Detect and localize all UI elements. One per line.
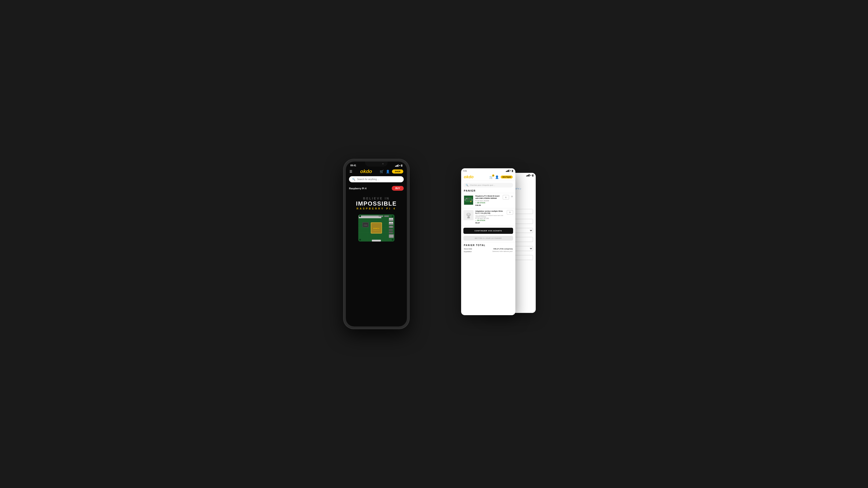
phone-time: 09:41 <box>350 164 356 167</box>
svg-rect-41 <box>372 240 381 241</box>
french-search-bar[interactable]: 🔍 Chercher pour n'importe quoi ... <box>463 183 513 188</box>
signal-bars-icon <box>526 174 530 176</box>
phone-container: 09:41 ▾ ▓ ☰ okdo <box>344 159 409 329</box>
french-wifi-icon: ▾ <box>510 170 511 172</box>
svg-rect-11 <box>467 217 470 218</box>
svg-point-42 <box>359 215 361 217</box>
french-signal-icon <box>506 170 509 172</box>
wifi-icon: ▾ <box>530 174 531 176</box>
phone-battery-icon: ▓ <box>401 164 402 166</box>
french-subtotal-row: Sous-total €56.27 (TVA comprise) <box>464 248 513 250</box>
french-time: 9:41 <box>463 170 467 172</box>
french-item-2-stock-label: N° de stock 1871381 <box>475 218 505 219</box>
french-header-icons: 🛒 2 👤 BOUTIQUE <box>489 175 513 179</box>
phone-frame: 09:41 ▾ ▓ ☰ okdo <box>344 159 409 329</box>
svg-point-12 <box>468 213 469 215</box>
phone-hero-line2: IMPOSSIBLE <box>350 200 402 207</box>
phone-product-name: Raspberry Pi 4 <box>349 187 366 190</box>
phone-search-input[interactable] <box>357 178 401 181</box>
raspberry-pi-image: BCM2711 Raspberry Pi 4 LPDDR4 <box>354 210 399 246</box>
svg-rect-29 <box>391 218 393 219</box>
rpi-thumbnail-1 <box>463 195 473 205</box>
phone-header-right-icons: 🛒 👤 SHOP <box>380 169 403 173</box>
svg-point-5 <box>470 201 471 202</box>
french-item-1-name: Raspberry Pi 4 Model B board with 2GB LP… <box>475 195 501 199</box>
french-item-1-stock-status: EN STOCK <box>475 202 501 203</box>
french-cart-icon[interactable]: 🛒 2 <box>489 175 493 179</box>
phone-hero: BELIEVE IN IMPOSSIBLE RASPBERRY Pi 4 <box>346 192 407 249</box>
phone-screen: 09:41 ▾ ▓ ☰ okdo <box>346 162 407 326</box>
svg-rect-47 <box>384 216 389 217</box>
svg-rect-28 <box>389 218 391 219</box>
battery-icon: ▓ <box>532 174 533 176</box>
svg-text:LPDDR4: LPDDR4 <box>364 225 368 226</box>
french-header: okdo 🛒 2 👤 BOUTIQUE <box>461 173 515 181</box>
french-search-text: Chercher pour n'importe quoi ... <box>470 184 495 186</box>
french-cart-item-1: Raspberry Pi 4 Model B board with 2GB LP… <box>461 193 515 208</box>
french-search-icon: 🔍 <box>466 184 468 186</box>
french-user-icon[interactable]: 👤 <box>495 175 499 179</box>
french-continue-button[interactable]: CONTINUER VOS ACHATS <box>463 228 513 234</box>
french-cart-item-2: Adaptateur secteur multiple OKdo 5,1 V /… <box>461 208 515 226</box>
svg-rect-7 <box>472 199 472 201</box>
phone-header: ☰ okdo 🛒 👤 SHOP <box>346 168 407 176</box>
french-shipping-label: Expédition <box>464 251 472 253</box>
phone-user-icon[interactable]: 👤 <box>386 170 390 173</box>
french-update-button[interactable]: METTRE À JOUR LE PANIER <box>463 236 513 240</box>
svg-rect-34 <box>390 226 393 228</box>
svg-rect-38 <box>359 216 381 217</box>
french-item-1-stock-label: N° de stock 1822095 <box>475 200 501 201</box>
french-item-2-info: Adaptateur secteur multiple OKdo 5,1 V /… <box>475 210 505 224</box>
french-total-section: PANIER TOTAL Sous-total €56.27 (TVA comp… <box>461 242 515 254</box>
svg-rect-36 <box>389 232 393 233</box>
svg-point-45 <box>392 239 394 240</box>
french-battery-icon: ▓ <box>512 170 513 172</box>
svg-point-44 <box>359 239 361 240</box>
french-logo: okdo <box>464 175 473 180</box>
french-shipping-note: Saisissez votre adresse pour <box>492 251 513 253</box>
french-item-1-qty[interactable]: 1 <box>503 195 509 199</box>
phone-cart-icon[interactable]: 🛒 <box>380 170 383 173</box>
svg-point-43 <box>392 215 394 217</box>
phone-signal-icon <box>395 164 399 167</box>
phone-notch <box>365 162 388 166</box>
svg-rect-35 <box>389 229 393 231</box>
svg-rect-40 <box>389 235 393 237</box>
phone-status-icons: ▾ ▓ <box>395 164 402 167</box>
svg-rect-3 <box>468 198 469 199</box>
french-item-1-delete-icon[interactable]: ✕ <box>511 195 513 198</box>
french-cart-screen: 9:41 ▾ ▓ okdo 🛒 2 👤 BOUTIQUE <box>461 168 515 315</box>
svg-text:Raspberry Pi 4: Raspberry Pi 4 <box>373 230 379 231</box>
phone-menu-icon[interactable]: ☰ <box>349 170 352 173</box>
svg-rect-6 <box>465 199 465 201</box>
french-shipping-row: Expédition Saisissez votre adresse pour <box>464 251 513 253</box>
french-section-title: PANIER <box>461 189 515 193</box>
french-boutique-button[interactable]: BOUTIQUE <box>501 175 513 178</box>
french-item-2-price: €9.37 <box>475 222 505 224</box>
french-item-2-stock-status: EN STOCK <box>475 220 505 221</box>
svg-text:BCM2711: BCM2711 <box>373 228 379 229</box>
french-item-2-name: Adaptateur secteur multiple OKdo 5,1 V /… <box>475 210 505 215</box>
svg-rect-31 <box>389 222 391 223</box>
phone-shop-button[interactable]: SHOP <box>392 169 403 173</box>
phone-buy-button[interactable]: BUY <box>392 186 404 191</box>
phone-search-bar[interactable]: 🔍 <box>349 176 404 182</box>
french-total-title: PANIER TOTAL <box>464 244 513 247</box>
phone-search-icon: 🔍 <box>352 178 355 181</box>
french-status-bar: 9:41 ▾ ▓ <box>461 168 515 173</box>
svg-rect-46 <box>379 216 383 217</box>
phone-logo: okdo <box>360 168 372 174</box>
french-subtotal-value: €56.27 (TVA comprise) <box>493 248 513 250</box>
main-scene: 9:41 ▾ ▓ okdo すでにアカウントをお持ちですか ログイン チェックア… <box>332 159 536 329</box>
french-item-1-price: €46.90 <box>475 204 501 206</box>
phone-hero-line1: BELIEVE IN <box>350 197 402 200</box>
french-subtotal-label: Sous-total <box>464 248 472 250</box>
svg-rect-32 <box>391 222 393 223</box>
french-item-2-linked: Lié à: Raspberry Pi 4 Model B board with… <box>475 215 505 218</box>
adapter-thumbnail <box>463 210 473 220</box>
french-cart-badge: 2 <box>492 174 494 177</box>
french-item-2-qty[interactable]: 1 <box>507 210 513 215</box>
svg-rect-4 <box>466 200 471 200</box>
phone-notch-dot <box>382 163 383 164</box>
french-item-1-info: Raspberry Pi 4 Model B board with 2GB LP… <box>475 195 501 206</box>
